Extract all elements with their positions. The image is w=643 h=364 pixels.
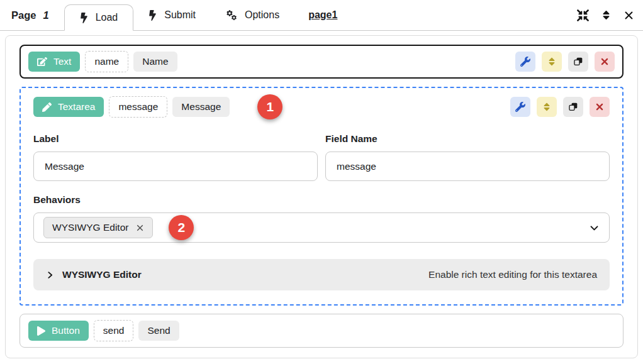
wysiwyg-description: Enable rich text editing for this textar… — [428, 269, 597, 280]
double-gear-icon — [226, 9, 237, 21]
button-field-name[interactable]: send — [94, 320, 134, 341]
page-label: Page — [11, 9, 36, 21]
pencil-icon — [42, 102, 52, 112]
delete-x-icon[interactable] — [590, 97, 610, 117]
behavior-chip-wysiwyg[interactable]: WYSIWYG Editor — [43, 217, 153, 238]
textarea-field-name[interactable]: message — [109, 96, 167, 118]
field-name-input[interactable] — [325, 152, 610, 181]
button-type-chip[interactable]: Button — [28, 321, 89, 341]
lightning-bolt-icon — [80, 13, 88, 23]
tab-options[interactable]: Options — [211, 0, 294, 30]
page-number: 1 — [43, 9, 48, 21]
chevron-right-icon — [46, 271, 54, 279]
textarea-field-label[interactable]: Message — [172, 97, 230, 117]
tab-submit[interactable]: Submit — [133, 0, 211, 30]
move-up-down-icon[interactable] — [537, 97, 557, 117]
textarea-panel-selected[interactable]: Textarea message Message 1 — [20, 87, 623, 306]
label-field-group: Label — [33, 123, 318, 181]
label-input[interactable] — [33, 152, 318, 181]
close-icon[interactable] — [623, 10, 634, 21]
tab-options-label: Options — [245, 9, 279, 21]
wysiwyg-accordion[interactable]: WYSIWYG Editor Enable rich text editing … — [33, 259, 610, 290]
textarea-panel-header: Textarea message Message 1 — [33, 94, 610, 119]
tab-bar: Page 1 Load Submit Options page1 — [0, 0, 643, 31]
textarea-type-chip[interactable]: Textarea — [33, 97, 104, 117]
play-icon — [37, 326, 45, 336]
page-title: Page 1 — [11, 9, 49, 21]
copy-icon[interactable] — [563, 97, 583, 117]
tab-load[interactable]: Load — [64, 4, 134, 31]
form-canvas: Text name Name Textarea — [5, 35, 638, 358]
wysiwyg-accordion-title: WYSIWYG Editor — [62, 269, 142, 280]
annotation-badge-2: 2 — [169, 215, 194, 240]
button-field-label[interactable]: Send — [138, 321, 179, 341]
textarea-row-actions — [510, 97, 610, 117]
button-type-label: Button — [52, 325, 80, 336]
text-row-actions — [515, 52, 615, 72]
text-type-chip[interactable]: Text — [28, 52, 80, 72]
field-name-label: Field Name — [325, 133, 610, 145]
element-row-button[interactable]: Button send Send — [20, 314, 623, 348]
lightning-bolt-icon — [148, 10, 157, 21]
annotation-badge-1: 1 — [257, 94, 282, 119]
copy-icon[interactable] — [568, 52, 588, 72]
chip-remove-x-icon[interactable] — [136, 224, 144, 232]
up-down-arrows-icon[interactable] — [601, 9, 611, 21]
text-field-label[interactable]: Name — [133, 52, 177, 72]
text-type-label: Text — [53, 56, 71, 67]
delete-x-icon[interactable] — [595, 52, 615, 72]
compress-icon[interactable] — [577, 9, 589, 21]
behavior-chip-label: WYSIWYG Editor — [52, 222, 128, 233]
text-field-name[interactable]: name — [85, 51, 128, 72]
behaviors-label: Behaviors — [33, 194, 610, 206]
behaviors-multiselect[interactable]: WYSIWYG Editor 2 — [33, 212, 610, 243]
field-name-group: Field Name — [325, 123, 610, 181]
page1-link[interactable]: page1 — [308, 9, 337, 21]
element-row-text[interactable]: Text name Name — [20, 45, 623, 79]
tab-load-label: Load — [96, 12, 118, 23]
tab-submit-label: Submit — [164, 9, 196, 21]
wrench-icon[interactable] — [510, 97, 530, 117]
textarea-type-label: Textarea — [58, 101, 95, 113]
pen-square-icon — [37, 57, 47, 67]
field-settings-grid: Label Field Name — [33, 123, 610, 181]
label-field-label: Label — [33, 133, 318, 145]
tabbar-actions — [577, 9, 634, 21]
move-up-down-icon[interactable] — [542, 52, 562, 72]
wrench-icon[interactable] — [515, 52, 535, 72]
chevron-down-icon[interactable] — [589, 223, 600, 233]
